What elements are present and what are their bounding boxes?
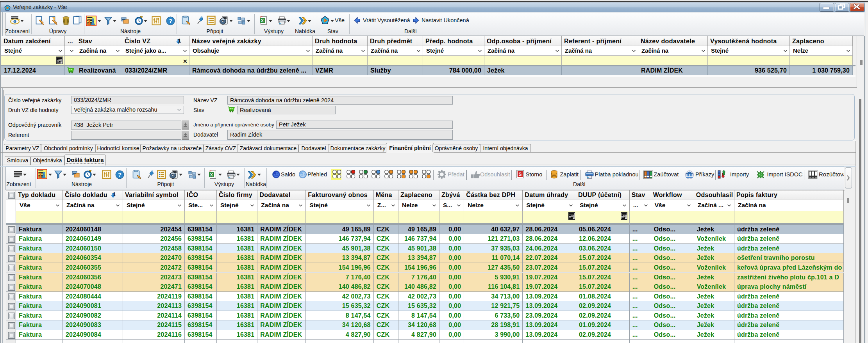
svg-text:1: 1 — [178, 37, 181, 44]
svg-text:1: 1 — [113, 191, 116, 197]
svg-text:S: S — [518, 172, 522, 177]
svg-text:?: ? — [169, 18, 172, 24]
svg-text:X: X — [210, 172, 213, 177]
svg-text:?: ? — [118, 171, 121, 178]
svg-text:X: X — [261, 18, 264, 23]
